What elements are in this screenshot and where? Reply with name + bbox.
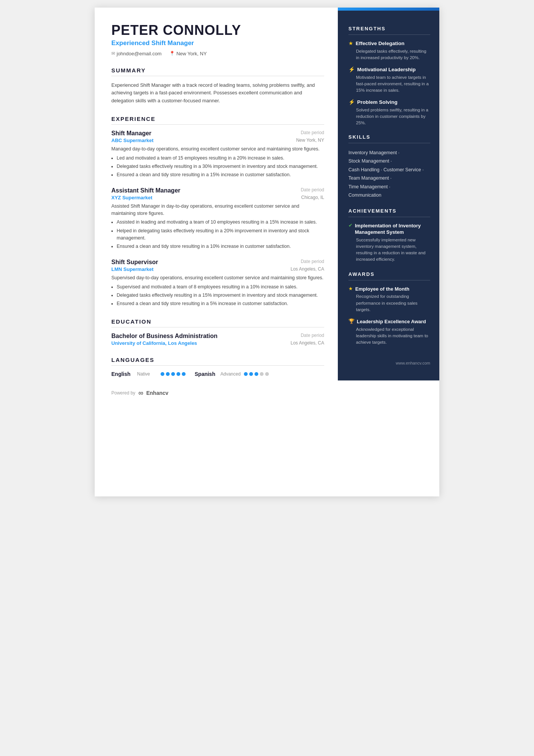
job-block-1: Assistant Shift Manager Date period XYZ … (111, 187, 324, 250)
award-0: ★ Employee of the Month Recognized for o… (348, 286, 430, 313)
dot-es-3 (255, 372, 258, 376)
job-date-0: Date period (301, 130, 324, 135)
resume-container: PETER CONNOLLY Experienced Shift Manager… (95, 8, 439, 496)
location-icon: 📍 (169, 51, 175, 56)
bullet-2-0: Supervised and motivated a team of 8 emp… (117, 283, 324, 291)
edu-school-0: University of California, Los Angeles (111, 340, 197, 346)
job-company-row-0: ABC Supermarket New York, NY (111, 138, 324, 143)
location-value: New York, NY (176, 51, 207, 56)
powered-by-label: Powered by (111, 390, 135, 396)
candidate-name: PETER CONNOLLY (111, 23, 324, 38)
skill-5: Communication (348, 191, 430, 200)
job-company-0: ABC Supermarket (111, 138, 153, 143)
brand-name: Enhancv (146, 390, 168, 396)
candidate-title: Experienced Shift Manager (111, 39, 324, 47)
award-1: 🏆 Leadership Excellence Award Acknowledg… (348, 318, 430, 346)
bullet-1-2: Ensured a clean and tidy store resulting… (117, 243, 324, 250)
dot-en-5 (182, 372, 186, 376)
skills-section-title: SKILLS (348, 134, 430, 140)
strength-icon-2: ⚡ (348, 99, 355, 105)
lang-level-english: Native (137, 371, 158, 377)
dot-en-4 (176, 372, 180, 376)
strength-0: ★ Effective Delegation Delegated tasks e… (348, 40, 430, 61)
strength-name-2: Problem Solving (357, 99, 398, 106)
languages-row: English Native Spanish Advanced (111, 371, 324, 377)
job-block-0: Shift Manager Date period ABC Supermarke… (111, 130, 324, 179)
email-value: johndoe@email.com (117, 51, 162, 56)
strength-icon-0: ★ (348, 40, 353, 47)
job-company-row-1: XYZ Supermarket Chicago, IL (111, 195, 324, 200)
awards-divider (348, 280, 430, 280)
strength-name-1: Motivational Leadership (357, 66, 416, 73)
languages-section-title: LANGUAGES (111, 357, 324, 363)
bullet-0-0: Led and motivated a team of 15 employees… (117, 155, 324, 162)
left-column: PETER CONNOLLY Experienced Shift Manager… (95, 8, 338, 496)
education-divider (111, 327, 324, 327)
award-name-0: Employee of the Month (355, 286, 409, 293)
lang-name-english: English (111, 371, 134, 377)
strength-desc-1: Motivated team to achieve targets in fas… (348, 74, 430, 94)
job-desc-2: Supervised day-to-day operations, ensuri… (111, 274, 324, 282)
dot-en-3 (171, 372, 175, 376)
job-header-1: Assistant Shift Manager Date period (111, 187, 324, 194)
achievement-0: ✔ Implementation of Inventory Management… (348, 222, 430, 263)
lang-dots-spanish (244, 372, 269, 376)
job-company-2: LMN Supermarket (111, 266, 153, 272)
bullet-0-1: Delegated tasks effectively resulting in… (117, 163, 324, 170)
experience-divider (111, 124, 324, 125)
location-contact: 📍 New York, NY (169, 51, 207, 56)
achievement-name-0: Implementation of Inventory Management S… (355, 222, 430, 236)
strength-1: ⚡ Motivational Leadership Motivated team… (348, 66, 430, 94)
job-title-1: Assistant Shift Manager (111, 187, 180, 194)
job-location-1: Chicago, IL (301, 195, 324, 200)
dot-es-4 (260, 372, 264, 376)
job-company-row-2: LMN Supermarket Los Angeles, CA (111, 266, 324, 272)
job-date-2: Date period (301, 259, 324, 264)
achievement-title-row-0: ✔ Implementation of Inventory Management… (348, 222, 430, 236)
dot-es-2 (249, 372, 253, 376)
job-bullets-1: Assisted in leading and motivating a tea… (111, 219, 324, 250)
edu-school-row-0: University of California, Los Angeles Lo… (111, 340, 324, 346)
contact-row: ✉ johndoe@email.com 📍 New York, NY (111, 51, 324, 56)
accent-bar (338, 8, 439, 11)
strength-desc-2: Solved problems swiftly, resulting in a … (348, 107, 430, 127)
website-url: www.enhancv.com (396, 361, 430, 365)
lang-level-spanish: Advanced (220, 371, 241, 377)
skill-3: Team Management · (348, 174, 430, 183)
strength-title-row-1: ⚡ Motivational Leadership (348, 66, 430, 73)
summary-divider (111, 76, 324, 76)
edu-header-0: Bachelor of Business Administration Date… (111, 333, 324, 340)
email-icon: ✉ (111, 51, 115, 56)
lang-name-spanish: Spanish (195, 371, 217, 377)
lang-spanish: Spanish Advanced (195, 371, 269, 377)
job-desc-0: Managed day-to-day operations, ensuring … (111, 146, 324, 153)
bullet-2-1: Delegated tasks effectively resulting in… (117, 292, 324, 299)
bullet-1-1: Helped in delegating tasks effectively r… (117, 227, 324, 242)
edu-degree-0: Bachelor of Business Administration (111, 333, 217, 340)
awards-section-title: AWARDS (348, 271, 430, 277)
award-icon-1: 🏆 (348, 318, 354, 325)
skill-2: Cash Handling · Customer Service · (348, 166, 430, 174)
job-header-2: Shift Supervisor Date period (111, 259, 324, 266)
skill-1: Stock Management · (348, 157, 430, 166)
experience-section-title: EXPERIENCE (111, 116, 324, 122)
achievements-divider (348, 217, 430, 217)
strength-title-row-2: ⚡ Problem Solving (348, 99, 430, 106)
job-title-0: Shift Manager (111, 130, 151, 137)
strengths-section-title: STRENGTHS (348, 26, 430, 31)
skills-divider (348, 143, 430, 143)
achievement-icon-0: ✔ (348, 222, 353, 229)
award-desc-1: Acknowledged for exceptional leadership … (348, 326, 430, 346)
lang-dots-english (161, 372, 186, 376)
summary-section-title: SUMMARY (111, 67, 324, 74)
edu-date-0: Date period (301, 333, 324, 338)
job-desc-1: Assisted Shift Manager in day-to-day ope… (111, 203, 324, 217)
job-location-0: New York, NY (296, 138, 324, 143)
strength-2: ⚡ Problem Solving Solved problems swiftl… (348, 99, 430, 126)
job-header-0: Shift Manager Date period (111, 130, 324, 137)
bullet-0-2: Ensured a clean and tidy store resulting… (117, 171, 324, 178)
skill-4: Time Management · (348, 183, 430, 191)
lang-english: English Native (111, 371, 186, 377)
bullet-1-0: Assisted in leading and motivating a tea… (117, 219, 324, 226)
skills-list: Inventory Management · Stock Management … (348, 149, 430, 200)
